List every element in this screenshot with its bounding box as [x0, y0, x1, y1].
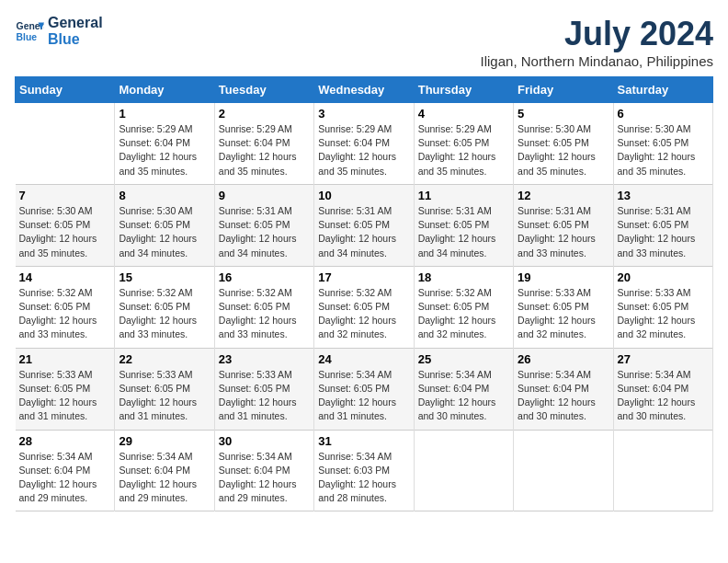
- calendar-cell: 23Sunrise: 5:33 AM Sunset: 6:05 PM Dayli…: [214, 348, 313, 430]
- calendar-cell: 10Sunrise: 5:31 AM Sunset: 6:05 PM Dayli…: [314, 184, 414, 266]
- day-number: 1: [119, 107, 210, 121]
- calendar-cell: 8Sunrise: 5:30 AM Sunset: 6:05 PM Daylig…: [115, 184, 214, 266]
- calendar-cell: 19Sunrise: 5:33 AM Sunset: 6:05 PM Dayli…: [514, 266, 613, 348]
- day-number: 15: [119, 270, 210, 284]
- calendar-cell: [613, 430, 712, 511]
- logo-icon: General Blue: [15, 17, 44, 46]
- calendar-cell: 31Sunrise: 5:34 AM Sunset: 6:03 PM Dayli…: [314, 430, 414, 511]
- day-number: 23: [219, 352, 310, 366]
- calendar-header-row: SundayMondayTuesdayWednesdayThursdayFrid…: [16, 77, 713, 103]
- day-number: 26: [518, 352, 609, 366]
- day-info: Sunrise: 5:32 AM Sunset: 6:05 PM Dayligh…: [219, 286, 310, 342]
- day-info: Sunrise: 5:34 AM Sunset: 6:04 PM Dayligh…: [119, 450, 210, 506]
- day-number: 8: [119, 189, 210, 202]
- calendar-week-row: 14Sunrise: 5:32 AM Sunset: 6:05 PM Dayli…: [16, 266, 713, 348]
- calendar-cell: 30Sunrise: 5:34 AM Sunset: 6:04 PM Dayli…: [214, 430, 313, 511]
- day-number: 28: [19, 434, 111, 448]
- day-number: 13: [618, 189, 709, 202]
- calendar-cell: 29Sunrise: 5:34 AM Sunset: 6:04 PM Dayli…: [115, 430, 214, 511]
- day-info: Sunrise: 5:33 AM Sunset: 6:05 PM Dayligh…: [219, 368, 310, 424]
- calendar-cell: 20Sunrise: 5:33 AM Sunset: 6:05 PM Dayli…: [613, 266, 712, 348]
- header-day-saturday: Saturday: [613, 77, 712, 103]
- calendar-cell: 28Sunrise: 5:34 AM Sunset: 6:04 PM Dayli…: [16, 430, 115, 511]
- calendar-cell: 7Sunrise: 5:30 AM Sunset: 6:05 PM Daylig…: [16, 184, 115, 266]
- day-info: Sunrise: 5:32 AM Sunset: 6:05 PM Dayligh…: [119, 286, 210, 342]
- day-info: Sunrise: 5:30 AM Sunset: 6:05 PM Dayligh…: [518, 122, 609, 178]
- calendar-week-row: 21Sunrise: 5:33 AM Sunset: 6:05 PM Dayli…: [16, 348, 713, 430]
- calendar-cell: 22Sunrise: 5:33 AM Sunset: 6:05 PM Dayli…: [115, 348, 214, 430]
- day-info: Sunrise: 5:34 AM Sunset: 6:04 PM Dayligh…: [418, 368, 509, 424]
- day-info: Sunrise: 5:31 AM Sunset: 6:05 PM Dayligh…: [618, 204, 709, 260]
- calendar-cell: 21Sunrise: 5:33 AM Sunset: 6:05 PM Dayli…: [16, 348, 115, 430]
- day-number: 25: [418, 352, 509, 366]
- day-info: Sunrise: 5:34 AM Sunset: 6:04 PM Dayligh…: [219, 450, 310, 506]
- day-info: Sunrise: 5:29 AM Sunset: 6:04 PM Dayligh…: [219, 122, 310, 178]
- day-info: Sunrise: 5:34 AM Sunset: 6:04 PM Dayligh…: [518, 368, 609, 424]
- calendar-cell: 1Sunrise: 5:29 AM Sunset: 6:04 PM Daylig…: [115, 103, 214, 185]
- day-number: 21: [19, 352, 111, 366]
- day-info: Sunrise: 5:33 AM Sunset: 6:05 PM Dayligh…: [119, 368, 210, 424]
- day-info: Sunrise: 5:31 AM Sunset: 6:05 PM Dayligh…: [219, 204, 310, 260]
- header-day-monday: Monday: [115, 77, 214, 103]
- day-number: 9: [219, 189, 310, 202]
- calendar-cell: 24Sunrise: 5:34 AM Sunset: 6:05 PM Dayli…: [314, 348, 414, 430]
- day-info: Sunrise: 5:34 AM Sunset: 6:04 PM Dayligh…: [19, 450, 111, 506]
- day-info: Sunrise: 5:33 AM Sunset: 6:05 PM Dayligh…: [518, 286, 609, 342]
- day-number: 11: [418, 189, 509, 202]
- calendar-cell: 9Sunrise: 5:31 AM Sunset: 6:05 PM Daylig…: [214, 184, 313, 266]
- day-info: Sunrise: 5:29 AM Sunset: 6:04 PM Dayligh…: [119, 122, 210, 178]
- day-info: Sunrise: 5:32 AM Sunset: 6:05 PM Dayligh…: [418, 286, 509, 342]
- day-number: 5: [518, 107, 609, 121]
- day-info: Sunrise: 5:29 AM Sunset: 6:04 PM Dayligh…: [318, 122, 409, 178]
- header-day-tuesday: Tuesday: [214, 77, 313, 103]
- page-header: General Blue General Blue July 2024 Ilig…: [15, 15, 713, 69]
- calendar-cell: 15Sunrise: 5:32 AM Sunset: 6:05 PM Dayli…: [115, 266, 214, 348]
- day-info: Sunrise: 5:31 AM Sunset: 6:05 PM Dayligh…: [418, 204, 509, 260]
- calendar-cell: 16Sunrise: 5:32 AM Sunset: 6:05 PM Dayli…: [214, 266, 313, 348]
- day-number: 24: [318, 352, 409, 366]
- day-number: 14: [19, 270, 111, 284]
- day-number: 30: [219, 434, 310, 448]
- calendar-cell: 12Sunrise: 5:31 AM Sunset: 6:05 PM Dayli…: [514, 184, 613, 266]
- day-info: Sunrise: 5:34 AM Sunset: 6:04 PM Dayligh…: [618, 368, 709, 424]
- day-number: 3: [318, 107, 409, 121]
- day-info: Sunrise: 5:32 AM Sunset: 6:05 PM Dayligh…: [318, 286, 409, 342]
- day-number: 16: [219, 270, 310, 284]
- calendar-cell: 27Sunrise: 5:34 AM Sunset: 6:04 PM Dayli…: [613, 348, 712, 430]
- header-day-thursday: Thursday: [414, 77, 513, 103]
- header-day-wednesday: Wednesday: [314, 77, 414, 103]
- calendar-cell: 14Sunrise: 5:32 AM Sunset: 6:05 PM Dayli…: [16, 266, 115, 348]
- calendar-cell: 25Sunrise: 5:34 AM Sunset: 6:04 PM Dayli…: [414, 348, 513, 430]
- logo-text-blue: Blue: [48, 31, 103, 48]
- calendar-cell: 13Sunrise: 5:31 AM Sunset: 6:05 PM Dayli…: [613, 184, 712, 266]
- day-number: 17: [318, 270, 409, 284]
- day-info: Sunrise: 5:32 AM Sunset: 6:05 PM Dayligh…: [19, 286, 111, 342]
- day-info: Sunrise: 5:31 AM Sunset: 6:05 PM Dayligh…: [318, 204, 409, 260]
- day-info: Sunrise: 5:30 AM Sunset: 6:05 PM Dayligh…: [618, 122, 709, 178]
- day-number: 19: [518, 270, 609, 284]
- calendar-cell: 26Sunrise: 5:34 AM Sunset: 6:04 PM Dayli…: [514, 348, 613, 430]
- day-number: 18: [418, 270, 509, 284]
- header-day-sunday: Sunday: [16, 77, 115, 103]
- day-number: 20: [618, 270, 709, 284]
- calendar-cell: 5Sunrise: 5:30 AM Sunset: 6:05 PM Daylig…: [514, 103, 613, 185]
- day-number: 2: [219, 107, 310, 121]
- calendar-week-row: 1Sunrise: 5:29 AM Sunset: 6:04 PM Daylig…: [16, 103, 713, 185]
- title-block: July 2024 Iligan, Northern Mindanao, Phi…: [481, 15, 713, 69]
- day-info: Sunrise: 5:30 AM Sunset: 6:05 PM Dayligh…: [119, 204, 210, 260]
- svg-text:Blue: Blue: [17, 31, 38, 41]
- logo-text-general: General: [48, 15, 103, 31]
- calendar-cell: 6Sunrise: 5:30 AM Sunset: 6:05 PM Daylig…: [613, 103, 712, 185]
- calendar-cell: 17Sunrise: 5:32 AM Sunset: 6:05 PM Dayli…: [314, 266, 414, 348]
- day-number: 27: [618, 352, 709, 366]
- day-number: 7: [19, 189, 111, 202]
- calendar-cell: 4Sunrise: 5:29 AM Sunset: 6:05 PM Daylig…: [414, 103, 513, 185]
- day-number: 6: [618, 107, 709, 121]
- subtitle: Iligan, Northern Mindanao, Philippines: [481, 53, 713, 69]
- calendar-week-row: 7Sunrise: 5:30 AM Sunset: 6:05 PM Daylig…: [16, 184, 713, 266]
- logo: General Blue General Blue: [15, 15, 103, 47]
- day-info: Sunrise: 5:30 AM Sunset: 6:05 PM Dayligh…: [19, 204, 111, 260]
- header-day-friday: Friday: [514, 77, 613, 103]
- day-info: Sunrise: 5:31 AM Sunset: 6:05 PM Dayligh…: [518, 204, 609, 260]
- main-title: July 2024: [481, 15, 713, 53]
